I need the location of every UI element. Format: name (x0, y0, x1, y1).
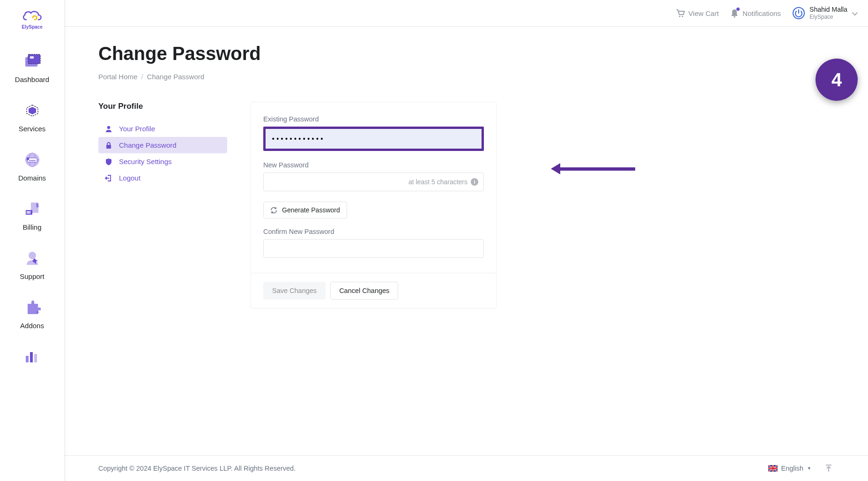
sidebar-item-domains[interactable]: www Domains (0, 142, 64, 191)
cancel-button[interactable]: Cancel Changes (330, 282, 398, 300)
page-title: Change Password (98, 43, 834, 64)
svg-rect-27 (106, 145, 111, 149)
dashboard-icon (23, 52, 42, 71)
new-password-hint: at least 5 characters (408, 178, 467, 186)
scroll-to-top-button[interactable] (823, 463, 834, 474)
sidebar-label: Services (19, 125, 46, 133)
bell-icon (730, 8, 739, 18)
shield-icon (105, 158, 112, 165)
confirm-password-wrap (263, 239, 484, 258)
sidebar-label: Domains (18, 174, 46, 182)
sidebar-item-billing[interactable]: $ Billing (0, 191, 64, 240)
new-password-wrap: at least 5 characters i (263, 173, 484, 191)
svg-rect-21 (34, 354, 37, 362)
notifications-label: Notifications (742, 9, 781, 17)
power-icon (793, 7, 805, 19)
save-button[interactable]: Save Changes (263, 282, 326, 300)
existing-password-wrap (263, 127, 484, 151)
generate-password-label: Generate Password (282, 206, 340, 214)
arrow-up-icon (824, 464, 833, 473)
svg-text:www: www (28, 159, 35, 162)
sidebar-label: Support (20, 272, 45, 280)
svg-point-26 (107, 126, 110, 128)
language-label: English (781, 465, 804, 472)
annotation-step-number: 4 (831, 69, 842, 90)
sidebar-label: Dashboard (15, 75, 49, 83)
footer: Copyright © 2024 ElySpace IT Services LL… (65, 455, 868, 481)
account-company: ElySpace (809, 14, 847, 20)
svg-rect-16 (30, 211, 30, 214)
profile-nav-security-settings[interactable]: Security Settings (98, 153, 227, 170)
profile-nav-logout[interactable]: Logout (98, 170, 227, 186)
billing-icon: $ (23, 200, 42, 218)
breadcrumb-home[interactable]: Portal Home (98, 73, 137, 81)
view-cart-link[interactable]: View Cart (675, 9, 719, 17)
svg-rect-15 (28, 211, 29, 214)
lock-icon (105, 142, 112, 149)
brand-logo[interactable]: ElySpace (22, 9, 43, 30)
profile-nav-change-password[interactable]: Change Password (98, 137, 227, 153)
topbar: View Cart Notifications Shahid Malla Ely… (65, 0, 868, 27)
confirm-password-label: Confirm New Password (263, 228, 484, 235)
cart-icon (675, 9, 685, 17)
account-name: Shahid Malla (809, 6, 847, 14)
cloud-logo-icon (22, 9, 43, 23)
svg-rect-19 (26, 356, 29, 362)
sidebar-item-more[interactable] (0, 339, 64, 371)
svg-rect-2 (30, 56, 34, 59)
existing-password-label: Existing Password (263, 115, 484, 123)
svg-rect-10 (27, 158, 29, 160)
sidebar-item-dashboard[interactable]: Dashboard (0, 44, 64, 93)
breadcrumb-separator: / (141, 73, 143, 81)
svg-rect-32 (768, 468, 778, 469)
breadcrumb-current: Change Password (147, 73, 205, 81)
sidebar: ElySpace Dashboard Services www Domains … (0, 0, 65, 481)
view-cart-label: View Cart (689, 9, 719, 17)
account-menu[interactable]: Shahid Malla ElySpace (793, 6, 856, 20)
sidebar-label: Billing (22, 223, 41, 231)
sidebar-label: Addons (20, 322, 44, 330)
domains-icon: www (23, 150, 42, 169)
confirm-password-input[interactable] (263, 239, 484, 258)
footer-copyright: Copyright © 2024 ElySpace IT Services LL… (98, 465, 296, 472)
svg-rect-20 (30, 352, 33, 362)
svg-marker-4 (29, 107, 36, 114)
existing-password-input[interactable] (266, 129, 482, 149)
svg-rect-14 (27, 211, 28, 214)
svg-point-23 (682, 15, 683, 17)
svg-point-17 (29, 252, 36, 259)
breadcrumb: Portal Home / Change Password (98, 73, 834, 81)
svg-text:+: + (36, 309, 39, 316)
svg-text:$: $ (36, 203, 39, 208)
support-icon (23, 249, 42, 268)
generate-password-button[interactable]: Generate Password (263, 202, 347, 218)
profile-nav-label: Your Profile (119, 125, 155, 133)
profile-side-panel: Your Profile Your Profile Change Passwor… (98, 102, 227, 308)
person-icon (105, 125, 112, 133)
svg-point-24 (734, 16, 736, 18)
sidebar-item-support[interactable]: Support (0, 240, 64, 290)
annotation-step-badge: 4 (816, 59, 858, 101)
flag-uk-icon (768, 465, 778, 472)
logout-icon (105, 174, 112, 182)
sidebar-item-services[interactable]: Services (0, 93, 64, 142)
svg-point-22 (679, 15, 680, 17)
profile-nav-header: Your Profile (98, 102, 227, 111)
profile-nav-label: Security Settings (119, 158, 172, 165)
profile-nav-label: Logout (119, 174, 141, 182)
profile-nav-your-profile[interactable]: Your Profile (98, 120, 227, 137)
content-area: Change Password Portal Home / Change Pas… (65, 27, 868, 455)
info-icon[interactable]: i (471, 178, 478, 186)
chevron-down-icon (852, 9, 858, 15)
services-icon (23, 101, 42, 120)
addons-icon: + (23, 298, 42, 317)
stats-icon (23, 347, 42, 366)
change-password-card: Existing Password New Password at least … (251, 102, 497, 308)
brand-name: ElySpace (22, 24, 42, 30)
language-selector[interactable]: English ▼ (768, 465, 811, 472)
sidebar-item-addons[interactable]: + Addons (0, 290, 64, 339)
refresh-icon (270, 207, 277, 214)
new-password-label: New Password (263, 161, 484, 169)
profile-nav-label: Change Password (119, 141, 177, 149)
notifications-link[interactable]: Notifications (730, 8, 781, 18)
